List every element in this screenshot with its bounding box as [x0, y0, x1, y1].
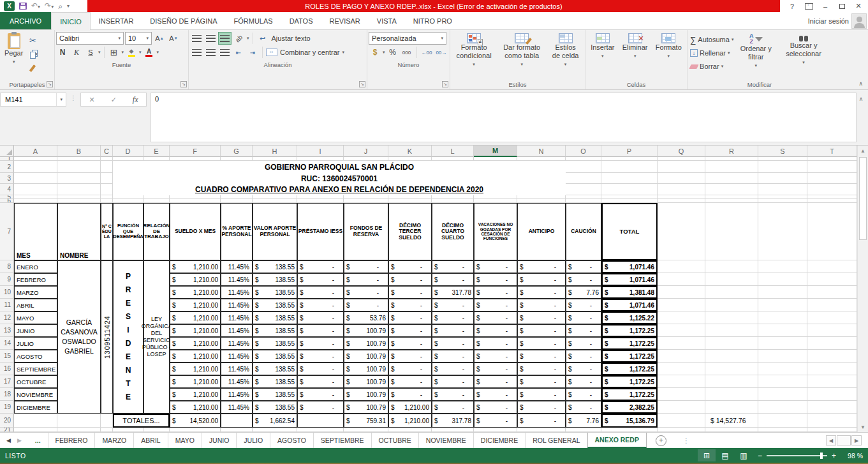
table-header-valor-aporte[interactable]: VALOR APORTE PERSONAL	[253, 203, 297, 260]
cell-A18[interactable]: NOVIEMBRE	[14, 388, 57, 401]
column-header-D[interactable]: D	[113, 146, 143, 157]
cell-J16[interactable]: $100.79	[344, 363, 388, 375]
hscroll-thumb[interactable]	[837, 435, 851, 445]
sheet-tab-febrero[interactable]: FEBRERO	[48, 433, 95, 448]
cell-H10[interactable]: $138.55	[253, 286, 297, 299]
cell-K8[interactable]: $-	[388, 260, 432, 273]
clear-button[interactable]: Borrar ▾	[689, 60, 735, 73]
cell-N18[interactable]: $-	[517, 388, 566, 401]
cell-O8[interactable]: $-	[566, 260, 601, 273]
cell-A12[interactable]: MAYO	[14, 311, 57, 324]
cell-K17[interactable]: $-	[388, 375, 432, 388]
cell-P12[interactable]: $1,125.22	[601, 311, 658, 324]
sheet-tab-mayo[interactable]: MAYO	[168, 433, 202, 448]
column-header-A[interactable]: A	[14, 146, 57, 157]
cell-M9[interactable]: $-	[474, 273, 517, 286]
column-header-P[interactable]: P	[601, 146, 658, 157]
align-right-button[interactable]	[218, 46, 231, 59]
cell-D8-funcion[interactable]: P R E S I D E N T E	[113, 260, 143, 414]
cell-F15[interactable]: $1,210.00	[170, 350, 221, 363]
insert-cells-button[interactable]: Insertar▾	[587, 31, 617, 62]
row-header-21[interactable]: 21	[0, 428, 14, 432]
number-format-select[interactable]: Personalizada▾	[369, 32, 446, 45]
cell-L18[interactable]: $-	[432, 388, 474, 401]
cancel-icon[interactable]: ✕	[89, 96, 94, 104]
column-header-O[interactable]: O	[566, 146, 601, 157]
sheet-tab-octubre[interactable]: OCTUBRE	[371, 433, 418, 448]
cell-G14[interactable]: 11.45%	[221, 337, 253, 350]
ribbon-tab-insertar[interactable]: INSERTAR	[91, 12, 142, 29]
cell-F20[interactable]: $14,520.00	[170, 414, 221, 428]
cell-F14[interactable]: $1,210.00	[170, 337, 221, 350]
cell-I9[interactable]: $-	[297, 273, 344, 286]
cell-O16[interactable]: $-	[566, 363, 601, 375]
cell-C8-cedula[interactable]: 1309511424	[101, 260, 113, 414]
table-header-anticipo[interactable]: ANTICIPO	[517, 203, 566, 260]
table-header-mes[interactable]: MES	[14, 203, 57, 260]
cell-N8[interactable]: $-	[517, 260, 566, 273]
cell-I8[interactable]: $-	[297, 260, 344, 273]
cell-I18[interactable]: $-	[297, 388, 344, 401]
row-header-7[interactable]: 7	[0, 203, 14, 260]
restore-icon[interactable]	[834, 0, 850, 12]
table-header-decimo-cuarto-sueldo[interactable]: DÉCIMO CUARTO SUELDO	[432, 203, 474, 260]
ribbon-tab-archivo[interactable]: ARCHIVO	[0, 12, 51, 29]
row-header-14[interactable]: 14	[0, 337, 14, 350]
cell-J9[interactable]: $-	[344, 273, 388, 286]
cell-M17[interactable]: $-	[474, 375, 517, 388]
cell-H19[interactable]: $138.55	[253, 401, 297, 414]
cell-G8[interactable]: 11.45%	[221, 260, 253, 273]
cell-G19[interactable]: 11.45%	[221, 401, 253, 414]
wrap-text-button[interactable]: Ajustar texto	[270, 32, 312, 45]
italic-button[interactable]	[70, 46, 83, 59]
table-header-total[interactable]: TOTAL	[601, 203, 658, 260]
cell-O11[interactable]: $-	[566, 299, 601, 311]
cell-N19[interactable]: $-	[517, 401, 566, 414]
table-header-vacaciones[interactable]: VACACIONES NO GOZADAS POR CESACIÒN DE FU…	[474, 203, 517, 260]
ribbon-tab-vista[interactable]: VISTA	[369, 12, 405, 29]
cell-K12[interactable]: $-	[388, 311, 432, 324]
cell-P20[interactable]: $15,136.79	[601, 414, 658, 428]
cell-J18[interactable]: $100.79	[344, 388, 388, 401]
ribbon-tab-diseño-de-página[interactable]: DISEÑO DE PÁGINA	[142, 12, 225, 29]
column-header-M[interactable]: M	[474, 146, 517, 157]
cell-L17[interactable]: $-	[432, 375, 474, 388]
font-size-select[interactable]: 10▾	[125, 32, 152, 45]
cell-H11[interactable]: $138.55	[253, 299, 297, 311]
cell-L14[interactable]: $-	[432, 337, 474, 350]
column-header-L[interactable]: L	[432, 146, 474, 157]
row-header-19[interactable]: 19	[0, 401, 14, 414]
view-normal-icon[interactable]: ⊞	[698, 449, 716, 461]
cell-A10[interactable]: MARZO	[14, 286, 57, 299]
cell-R20[interactable]: $ 14,527.76	[705, 414, 758, 428]
cell-A19[interactable]: DICIEMBRE	[14, 401, 57, 414]
enter-icon[interactable]: ✓	[111, 96, 117, 104]
cell-K11[interactable]: $-	[388, 299, 432, 311]
sort-filter-button[interactable]: Ordenar y filtrar▾	[735, 31, 777, 71]
cell-I11[interactable]: $-	[297, 299, 344, 311]
cell-K16[interactable]: $-	[388, 363, 432, 375]
customize-qat-icon[interactable]: ▾	[67, 3, 70, 9]
conditional-formatting-button[interactable]: ≠ Formato condicional▾	[452, 31, 496, 70]
cell-N12[interactable]: $-	[517, 311, 566, 324]
ribbon-tab-datos[interactable]: DATOS	[281, 12, 321, 29]
table-header-pct-aporte[interactable]: % APORTE PERSONAL	[221, 203, 253, 260]
cell-J15[interactable]: $100.79	[344, 350, 388, 363]
vertical-scroll-thumb[interactable]	[859, 157, 867, 240]
column-header-S[interactable]: S	[758, 146, 807, 157]
view-layout-icon[interactable]: ▤	[716, 449, 734, 461]
cell-N15[interactable]: $-	[517, 350, 566, 363]
cell-G15[interactable]: 11.45%	[221, 350, 253, 363]
cell-J12[interactable]: $53.76	[344, 311, 388, 324]
cell-F8[interactable]: $1,210.00	[170, 260, 221, 273]
view-break-icon[interactable]: ▥	[735, 449, 753, 461]
collapse-ribbon-icon[interactable]: ∧	[858, 80, 863, 87]
row-header-9[interactable]: 9	[0, 273, 14, 286]
cut-button[interactable]	[26, 34, 39, 47]
cell-I17[interactable]: $-	[297, 375, 344, 388]
align-center-button[interactable]	[204, 46, 217, 59]
currency-format-button[interactable]	[369, 46, 381, 59]
cell-G13[interactable]: 11.45%	[221, 324, 253, 337]
find-select-button[interactable]: Buscar y seleccionar▾	[777, 31, 830, 68]
format-as-table-button[interactable]: Dar formato como tabla▾	[496, 31, 547, 70]
